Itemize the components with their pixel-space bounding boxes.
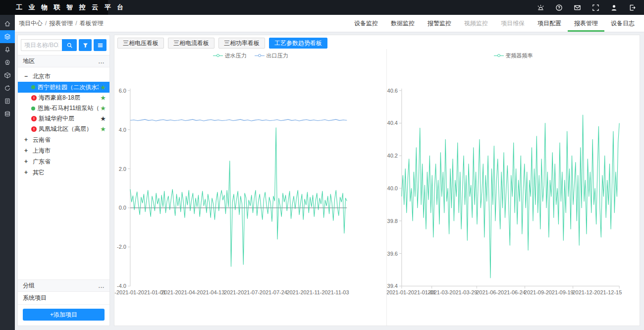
svg-text:40.6: 40.6 (387, 88, 398, 94)
board-tabs: 三相电压看板 三相电流看板 三相功率看板 工艺参数趋势看板 (114, 35, 640, 49)
legend-item-vfd-frequency[interactable]: 变频器频率 (494, 52, 533, 59)
tab-power-board[interactable]: 三相功率看板 (218, 38, 265, 49)
region-label: 云南省 (33, 136, 51, 144)
favorite-star-icon[interactable]: ★ (100, 105, 106, 111)
nav-device-monitor[interactable]: 设备监控 (348, 15, 384, 32)
favorite-star-icon[interactable]: ★ (100, 126, 106, 132)
svg-text:2021-03-2021-03-29: 2021-03-2021-03-29 (428, 289, 478, 295)
svg-text:39.4: 39.4 (387, 283, 398, 289)
breadcrumb-item-report-mgmt[interactable]: 报表管理 (49, 19, 73, 28)
svg-text:2021-12-2021-12-15: 2021-12-2021-12-15 (573, 289, 622, 295)
breadcrumb-item-project-center[interactable]: 项目中心 (19, 19, 43, 28)
region-label: 其它 (33, 168, 45, 177)
alarm-light-icon[interactable] (537, 3, 544, 11)
nav-device-log[interactable]: 设备日志 (604, 15, 641, 32)
tree-region-guangdong[interactable]: + 广东省 (18, 156, 109, 167)
alarm-status-icon: ! (31, 116, 37, 121)
expand-icon[interactable]: + (24, 170, 29, 175)
tab-voltage-board[interactable]: 三相电压看板 (117, 38, 164, 49)
nav-report-mgmt[interactable]: 报表管理 (568, 15, 604, 32)
pressure-trend-chart: 6.04.02.00.0-2.0-4.02021-2021-01-2021-01… (114, 59, 386, 326)
breadcrumb-item-board-mgmt[interactable]: 看板管理 (80, 19, 104, 28)
add-project-button[interactable]: +添加项目 (23, 309, 105, 321)
mail-icon[interactable] (573, 3, 581, 11)
group-more-button[interactable]: ... (99, 283, 105, 289)
tab-current-board[interactable]: 三相电流看板 (168, 38, 215, 49)
svg-text:0.0: 0.0 (119, 205, 126, 211)
online-status-icon (31, 85, 35, 89)
rail-logs-icon[interactable] (0, 95, 15, 108)
svg-text:2021-2021-07-2021-07-24: 2021-2021-07-2021-07-24 (224, 289, 287, 295)
online-status-icon (31, 107, 35, 110)
vfd-frequency-chart: 40.640.440.240.039.839.639.42021-01-2021… (387, 59, 641, 326)
user-icon[interactable] (610, 3, 618, 11)
nav-project-maintenance[interactable]: 项目维保 (494, 15, 531, 32)
rail-home-icon[interactable] (0, 17, 15, 30)
expand-icon[interactable]: + (24, 137, 29, 142)
fullscreen-icon[interactable] (591, 3, 599, 11)
rail-boards-icon[interactable] (0, 30, 15, 43)
region-tree: − 北京市 西宁碧桂园（二次供水3泵） ★ ! 海西豪庭8-18层 ★ (18, 67, 109, 279)
svg-text:39.8: 39.8 (387, 218, 398, 224)
tree-project-xincheng[interactable]: ! 新城华府中层 ★ (18, 113, 109, 124)
pressure-chart-legend: 进水压力 出口压力 (114, 49, 386, 59)
alarm-status-icon: ! (31, 126, 37, 132)
project-label: 恩施-石马村11组泵站（二次 (38, 104, 99, 112)
legend-label: 变频器频率 (506, 52, 533, 59)
collapse-icon[interactable]: − (24, 74, 29, 79)
tree-project-fenghuang[interactable]: ! 凤凰城北区（高层） ★ (18, 124, 109, 134)
tree-project-enshi[interactable]: 恩施-石马村11组泵站（二次 ★ (18, 103, 109, 113)
alarm-status-icon: ! (31, 95, 37, 101)
tree-region-yunnan[interactable]: + 云南省 (18, 134, 109, 145)
tree-project-haixi[interactable]: ! 海西豪庭8-18层 ★ (18, 93, 109, 103)
tree-project-xining[interactable]: 西宁碧桂园（二次供水3泵） ★ (18, 82, 109, 93)
legend-item-outlet-pressure[interactable]: 出口压力 (255, 52, 288, 59)
region-label: 上海市 (33, 147, 51, 155)
system-project-row[interactable]: 系统项目 (18, 292, 109, 305)
frequency-chart-legend: 变频器频率 (387, 49, 640, 59)
nav-alarm-monitor[interactable]: 报警监控 (421, 15, 458, 32)
svg-text:2021-09-2021-09-19: 2021-09-2021-09-19 (524, 289, 574, 295)
tab-process-trend-board[interactable]: 工艺参数趋势看板 (269, 38, 327, 49)
list-view-button[interactable] (94, 39, 107, 51)
filter-button[interactable] (79, 39, 92, 51)
topbar: 项目中心 / 报表管理 / 看板管理 设备监控 数据监控 报警监控 视频监控 项… (15, 15, 644, 32)
expand-icon[interactable]: + (24, 159, 29, 164)
app-header: 工 业 物 联 智 控 云 平 台 (0, 0, 644, 15)
expand-icon[interactable]: + (24, 148, 29, 153)
nav-data-monitor[interactable]: 数据监控 (384, 15, 421, 32)
project-label: 凤凰城北区（高层） (39, 125, 99, 133)
svg-text:39.6: 39.6 (387, 251, 398, 257)
rail-devices-icon[interactable] (0, 69, 15, 82)
favorite-star-icon[interactable]: ★ (100, 115, 106, 122)
rail-data-icon[interactable] (0, 108, 15, 120)
svg-text:-4.0: -4.0 (117, 283, 126, 289)
legend-marker (213, 54, 223, 57)
logout-icon[interactable] (628, 3, 636, 11)
rail-alerts-icon[interactable] (0, 43, 15, 56)
group-header-label: 分组 (23, 281, 35, 290)
rail-camera-icon[interactable] (0, 56, 15, 69)
nav-project-config[interactable]: 项目配置 (531, 15, 568, 32)
project-sidebar: 地区 ... − 北京市 西宁碧桂园（二次供水3泵） ★ ! (17, 35, 110, 326)
tree-region-shanghai[interactable]: + 上海市 (18, 145, 109, 156)
tree-region-other[interactable]: + 其它 (18, 167, 109, 178)
header-actions (537, 0, 644, 15)
svg-text:6.0: 6.0 (119, 88, 126, 94)
legend-item-inlet-pressure[interactable]: 进水压力 (213, 52, 247, 59)
region-header-label: 地区 (23, 57, 35, 65)
region-more-button[interactable]: ... (99, 58, 105, 64)
project-label: 海西豪庭8-18层 (39, 94, 99, 102)
search-button[interactable] (62, 39, 77, 51)
top-nav: 设备监控 数据监控 报警监控 视频监控 项目维保 项目配置 报表管理 设备日志 (348, 15, 641, 32)
help-icon[interactable] (555, 3, 563, 11)
tree-region-beijing[interactable]: − 北京市 (18, 71, 109, 82)
search-input[interactable] (21, 39, 62, 51)
favorite-star-icon[interactable]: ★ (100, 95, 106, 101)
legend-label: 进水压力 (225, 52, 247, 59)
favorite-star-icon[interactable]: ★ (100, 84, 106, 91)
legend-marker (255, 54, 265, 57)
nav-video-monitor[interactable]: 视频监控 (458, 15, 494, 32)
rail-sync-icon[interactable] (0, 82, 15, 95)
svg-text:2021-2021-01-2021-01-01: 2021-2021-01-2021-01-01 (114, 289, 166, 295)
